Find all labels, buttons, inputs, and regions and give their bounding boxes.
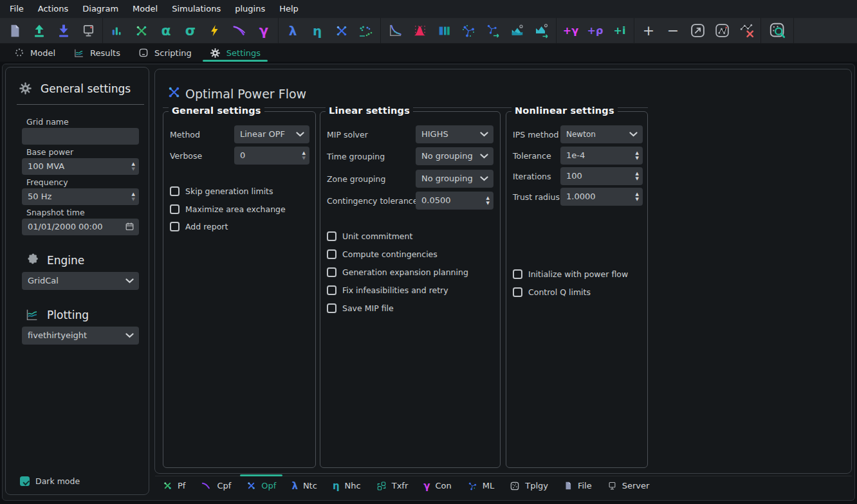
new-file-button[interactable] (3, 21, 27, 41)
power-flow-button[interactable] (129, 21, 154, 41)
delete-with-reduction-button[interactable] (734, 21, 759, 41)
spin-arrows-icon[interactable]: ▲▼ (636, 188, 639, 206)
frequency-spinbox[interactable]: 50 Hz ▲▼ (22, 188, 139, 205)
menu-file[interactable]: File (3, 0, 31, 18)
add-report-checkbox[interactable] (170, 222, 180, 231)
distribution-button[interactable] (407, 21, 432, 41)
tab-scripting[interactable]: Scripting (129, 44, 201, 62)
tolerance-spinbox[interactable]: 1e-4 ▲▼ (560, 147, 643, 165)
spin-arrows-icon[interactable]: ▲▼ (302, 147, 306, 165)
tab-ntc[interactable]: λ Ntc (284, 476, 324, 496)
expand-button[interactable] (685, 21, 710, 41)
grid-reduction-button[interactable] (710, 21, 734, 41)
fix-infeasibilities-checkbox[interactable] (327, 285, 336, 295)
clustering-run-button[interactable] (481, 21, 505, 41)
grid-name-input[interactable] (22, 128, 139, 145)
menu-actions[interactable]: Actions (31, 0, 76, 18)
plot-image-button[interactable] (505, 21, 530, 41)
server-connect-button[interactable] (76, 21, 100, 41)
compute-contingencies-checkbox[interactable] (327, 249, 336, 259)
zoom-in-button[interactable]: + (636, 21, 661, 41)
initialize-with-power-flow-checkbox[interactable] (513, 269, 522, 279)
file-page-icon (564, 481, 573, 491)
time-series-button[interactable] (105, 21, 129, 41)
save-model-button[interactable] (51, 21, 76, 41)
add-i-button[interactable]: +i (607, 21, 632, 41)
sigma-button[interactable]: σ (178, 21, 203, 41)
method-dropdown[interactable]: Linear OPF (234, 125, 309, 143)
tab-model[interactable]: Model (5, 44, 64, 62)
maximize-area-exchange-checkbox[interactable] (170, 204, 180, 214)
ips-method-label: IPS method (513, 130, 558, 140)
decay-curve-button[interactable] (383, 21, 407, 41)
simulation-tab-bar: Pf Cpf Opf λ Ntc η Nhc Txfr γ Con ML Tpl… (155, 476, 852, 495)
grid-search-icon (769, 22, 786, 39)
tab-server[interactable]: Server (600, 476, 658, 496)
zoom-out-button[interactable]: − (661, 21, 685, 41)
add-rho-button[interactable]: +ρ (583, 21, 607, 41)
tab-file[interactable]: File (556, 476, 600, 496)
control-q-limits-checkbox[interactable] (513, 287, 522, 297)
opf-button[interactable] (329, 21, 354, 41)
time-grouping-dropdown[interactable]: No grouping (416, 147, 493, 165)
trust-radius-spinbox[interactable]: 1.0000 ▲▼ (560, 188, 643, 206)
clustering-button[interactable] (456, 21, 481, 41)
iterations-spinbox[interactable]: 100 ▲▼ (560, 167, 643, 185)
plotting-header: Plotting (25, 308, 89, 321)
distribution-peak-icon (412, 23, 427, 38)
menu-model[interactable]: Model (125, 0, 165, 18)
tab-ml[interactable]: ML (459, 476, 502, 496)
spin-arrows-icon[interactable]: ▲▼ (486, 192, 490, 210)
engine-dropdown[interactable]: GridCal (22, 272, 139, 290)
menu-simulations[interactable]: Simulations (165, 0, 228, 18)
skip-generation-limits-checkbox[interactable] (170, 186, 180, 196)
save-mip-file-checkbox[interactable] (327, 303, 336, 313)
dark-mode-checkbox[interactable] (20, 476, 30, 486)
contingency-tolerance-spinbox[interactable]: 0.0500 ▲▼ (416, 192, 493, 210)
find-in-grid-button[interactable] (763, 21, 791, 41)
menu-plugins[interactable]: plugins (228, 0, 272, 18)
tab-settings[interactable]: Settings (201, 44, 270, 62)
spin-arrows-icon[interactable]: ▲▼ (132, 188, 135, 205)
plotting-style-dropdown[interactable]: fivethirtyeight (22, 327, 139, 345)
scatter-groups-button[interactable] (354, 21, 378, 41)
ips-method-dropdown[interactable]: Newton Raphson (560, 125, 643, 143)
plot-image-export-button[interactable] (530, 21, 554, 41)
snapshot-time-input[interactable]: 01/01/2000 00:00 (22, 219, 139, 235)
tab-con[interactable]: γ Con (416, 476, 459, 496)
base-power-spinbox[interactable]: 100 MVA ▲▼ (22, 158, 139, 175)
unit-commitment-checkbox[interactable] (327, 231, 336, 241)
zone-grouping-dropdown[interactable]: No grouping (416, 170, 493, 188)
calendar-icon[interactable] (125, 222, 134, 231)
ntc-button[interactable]: λ (281, 21, 305, 41)
base-power-label: Base power (26, 147, 73, 157)
open-model-button[interactable] (27, 21, 51, 41)
blue-bars-button[interactable] (432, 21, 456, 41)
alpha-button[interactable]: α (154, 21, 178, 41)
gamma-icon: γ (259, 23, 268, 39)
generation-expansion-checkbox[interactable] (327, 267, 336, 277)
tab-nhc[interactable]: η Nhc (325, 476, 369, 496)
tab-results[interactable]: Results (64, 44, 129, 62)
mip-solver-dropdown[interactable]: HIGHS (416, 125, 493, 143)
nhc-button[interactable]: η (305, 21, 329, 41)
gamma-button[interactable]: γ (252, 21, 276, 41)
gear-icon (19, 82, 32, 95)
spin-arrows-icon[interactable]: ▲▼ (636, 167, 639, 185)
spin-arrows-icon[interactable]: ▲▼ (132, 158, 135, 175)
tab-txfr[interactable]: Txfr (369, 476, 416, 496)
short-circuit-button[interactable] (203, 21, 227, 41)
tab-tplgy[interactable]: Tplgy (502, 476, 556, 496)
tab-opf[interactable]: Opf (239, 476, 284, 496)
continuation-pf-button[interactable] (227, 21, 252, 41)
tab-pf[interactable]: Pf (155, 476, 193, 496)
chevron-down-icon (296, 132, 304, 137)
menu-diagram[interactable]: Diagram (75, 0, 125, 18)
tab-cpf[interactable]: Cpf (193, 476, 239, 496)
toolbar-simulation-group: α σ γ (105, 18, 276, 44)
verbose-spinbox[interactable]: 0 ▲▼ (234, 147, 309, 165)
lambda-icon: λ (291, 480, 298, 492)
menu-help[interactable]: Help (272, 0, 306, 18)
spin-arrows-icon[interactable]: ▲▼ (636, 147, 639, 165)
add-gamma-button[interactable]: +γ (558, 21, 583, 41)
